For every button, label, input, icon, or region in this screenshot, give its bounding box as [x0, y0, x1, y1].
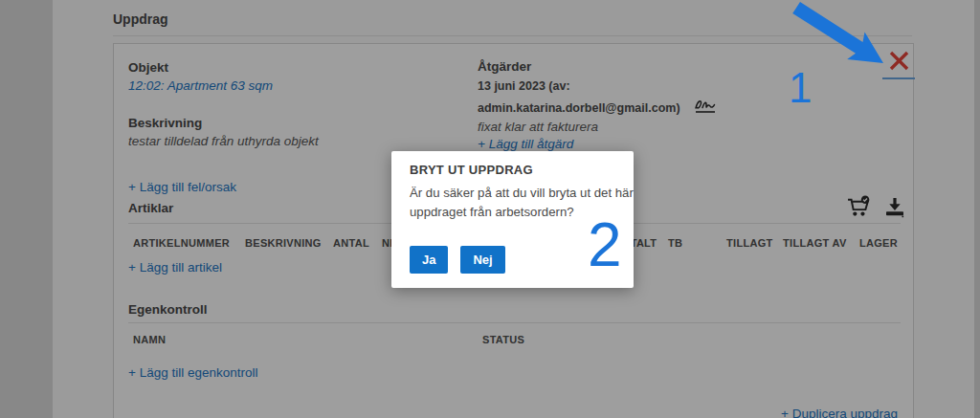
- dialog-button-row: Ja Nej: [410, 246, 505, 274]
- confirm-yes-button[interactable]: Ja: [410, 246, 448, 274]
- confirm-no-button[interactable]: Nej: [460, 246, 504, 274]
- dialog-body-line1: Är du säker på att du vill bryta ut det …: [410, 186, 634, 200]
- work-order-page: Uppdrag Objekt 12:02: Apartment 63 sqm B…: [0, 0, 980, 418]
- dialog-title: BRYT UT UPPDRAG: [410, 163, 533, 177]
- break-out-confirm-dialog: BRYT UT UPPDRAG Är du säker på att du vi…: [391, 151, 634, 288]
- dialog-body-line2: uppdraget från arbetsordern?: [410, 205, 574, 219]
